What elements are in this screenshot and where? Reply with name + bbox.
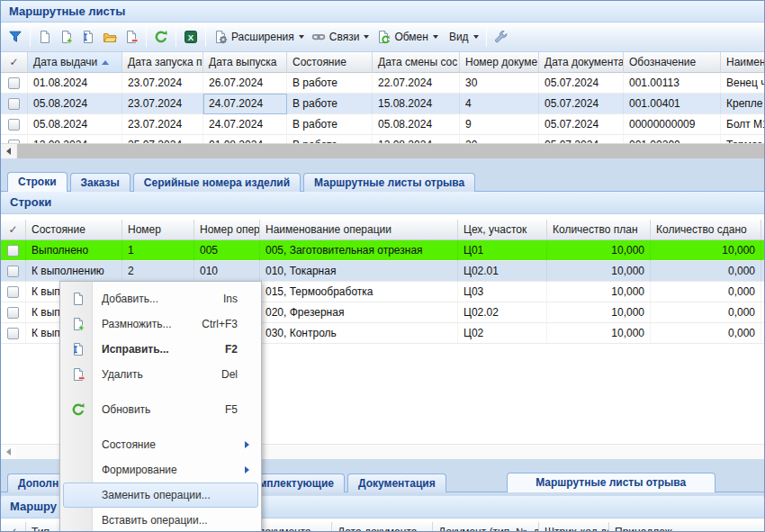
grid-row[interactable]: 12.08.202425.07.202401.08.2024В работе12… xyxy=(1,135,764,143)
menu-item[interactable]: Исправить...F2 xyxy=(63,337,258,362)
cell[interactable]: 23.07.2024 xyxy=(122,94,203,114)
column-header[interactable]: Количество план xyxy=(547,220,651,240)
cell[interactable]: 23.07.2024 xyxy=(122,114,203,135)
cell[interactable]: 001.00113 xyxy=(624,73,721,94)
menu-item[interactable]: Размножить...Ctrl+F3 xyxy=(63,311,258,337)
row-checkbox[interactable] xyxy=(7,286,19,298)
row-checkbox[interactable] xyxy=(8,119,20,131)
export-excel-button[interactable]: X xyxy=(180,26,202,49)
cell[interactable]: 05.07.2024 xyxy=(539,114,624,135)
column-header[interactable]: Состояние xyxy=(287,52,373,73)
column-header[interactable]: Дата выдачи xyxy=(28,52,122,73)
cell[interactable]: 05.08.2024 xyxy=(373,114,460,135)
menu-item[interactable]: Формирование xyxy=(63,457,258,482)
menu-item[interactable]: Заменить операции... xyxy=(63,482,258,508)
add-button[interactable] xyxy=(34,26,56,49)
column-header[interactable]: Дата документа xyxy=(539,52,624,73)
detail-tab-2[interactable]: Серийные номера изделий xyxy=(133,173,301,192)
cell[interactable]: 05.07.2024 xyxy=(539,73,624,94)
bottom-tab-3[interactable]: Маршрутные листы отрыва xyxy=(507,473,716,492)
cell[interactable]: 24.07.2024 xyxy=(203,114,287,135)
cell[interactable]: 015, Термообработка xyxy=(260,282,458,302)
column-header[interactable]: Принадлеж xyxy=(609,522,764,532)
cell[interactable]: Ц03 xyxy=(458,282,547,302)
column-header[interactable]: Штрих-код докуме xyxy=(539,522,609,532)
cell[interactable]: 26.07.2024 xyxy=(203,73,287,94)
cell[interactable]: 10,000 xyxy=(547,302,651,323)
cell[interactable]: 9 xyxy=(460,114,539,135)
cell[interactable]: 10,000 xyxy=(547,323,651,344)
cell[interactable]: Тормоз xyxy=(721,135,764,143)
select-all-column-header[interactable]: ✓ xyxy=(1,522,26,532)
menu-item[interactable]: Добавить...Ins xyxy=(63,286,258,311)
cell[interactable]: К выполнению xyxy=(26,261,122,282)
cell[interactable]: 23.07.2024 xyxy=(122,73,203,94)
column-header[interactable]: Номер докуме xyxy=(460,52,539,73)
cell[interactable]: 05.07.2024 xyxy=(539,94,624,114)
column-header[interactable]: Дата выпуска xyxy=(203,52,287,73)
refresh-button[interactable] xyxy=(150,26,172,49)
column-header[interactable]: Наимено xyxy=(721,52,764,73)
cell[interactable]: 00000000009 xyxy=(624,114,721,135)
cell[interactable]: 10,000 xyxy=(547,261,651,282)
bottom-tab-2[interactable]: Документация xyxy=(347,473,446,492)
cell[interactable]: 2 xyxy=(122,261,194,282)
cell[interactable]: 12.08.2024 xyxy=(28,135,122,143)
row-checkbox[interactable] xyxy=(7,307,19,319)
scroll-left-button[interactable] xyxy=(1,445,16,459)
row-checkbox[interactable] xyxy=(8,98,20,110)
duplicate-button[interactable] xyxy=(56,26,77,49)
cell[interactable]: В работе xyxy=(287,135,373,143)
cell[interactable]: Ц02.02 xyxy=(458,302,547,323)
cell[interactable]: 10,000 xyxy=(651,240,761,261)
cell[interactable]: 05.08.2024 xyxy=(28,114,122,135)
edit-button[interactable] xyxy=(77,26,99,49)
column-header[interactable]: Дата смены сос xyxy=(373,52,460,73)
cell[interactable]: 30 xyxy=(460,73,539,94)
cell[interactable]: 020, Фрезерная xyxy=(260,302,458,323)
cell[interactable]: 0,000 xyxy=(651,323,761,344)
top-grid-hscrollbar[interactable] xyxy=(1,143,764,158)
cell[interactable]: 12.08.2024 xyxy=(373,135,460,143)
row-checkbox[interactable] xyxy=(8,77,20,89)
menu-item[interactable]: ОбновитьF5 xyxy=(63,397,258,422)
column-header[interactable]: Дата документа xyxy=(332,522,433,532)
cell[interactable]: 10,000 xyxy=(547,240,651,261)
scroll-left-button[interactable] xyxy=(1,144,16,158)
cell[interactable]: Ц01 xyxy=(458,240,547,261)
cell[interactable]: 001.00401 xyxy=(624,94,721,114)
column-header[interactable]: Цех, участок xyxy=(458,220,547,240)
extensions-menu-button[interactable]: Расширения xyxy=(210,26,308,49)
cell[interactable]: 05.07.2024 xyxy=(539,135,624,143)
view-menu-button[interactable]: Вид xyxy=(442,26,482,49)
cell[interactable]: 1 xyxy=(122,240,194,261)
detail-tab-3[interactable]: Маршрутные листы отрыва xyxy=(303,173,475,192)
detail-tab-1[interactable]: Заказы xyxy=(70,173,130,192)
cell[interactable]: 24.07.2024 xyxy=(203,94,287,114)
cell[interactable]: Крепле xyxy=(721,94,764,114)
cell[interactable]: В работе xyxy=(287,114,373,135)
column-header[interactable]: Номер xyxy=(122,220,194,240)
grid-row[interactable]: 05.08.202423.07.202424.07.2024В работе15… xyxy=(1,94,764,114)
cell[interactable]: 01.08.2024 xyxy=(203,135,287,143)
delete-button[interactable] xyxy=(121,26,142,49)
settings-button[interactable] xyxy=(490,26,512,49)
column-header[interactable]: Количество сдано xyxy=(651,220,761,240)
cell[interactable]: 030, Контроль xyxy=(260,323,458,344)
cell[interactable]: 010 xyxy=(194,261,260,282)
grid-row[interactable]: 05.08.202423.07.202424.07.2024В работе05… xyxy=(1,114,764,135)
cell[interactable]: 25.07.2024 xyxy=(122,135,203,143)
row-checkbox[interactable] xyxy=(7,245,19,257)
grid-row[interactable]: 01.08.202423.07.202426.07.2024В работе22… xyxy=(1,73,764,94)
cell[interactable]: 010, Токарная xyxy=(260,261,458,282)
open-button[interactable] xyxy=(99,26,121,49)
exchange-menu-button[interactable]: Обмен xyxy=(373,26,442,49)
filter-button[interactable] xyxy=(4,26,26,49)
column-header[interactable]: Документ (тип, №, дата) xyxy=(433,522,539,532)
cell[interactable]: Ц02 xyxy=(458,323,547,344)
cell[interactable]: 0,000 xyxy=(651,261,761,282)
cell[interactable]: 01.08.2024 xyxy=(28,73,122,94)
row-checkbox[interactable] xyxy=(7,328,19,339)
menu-item[interactable]: УдалитьDel xyxy=(63,362,258,387)
column-header[interactable]: Дата запуска п xyxy=(122,52,203,73)
